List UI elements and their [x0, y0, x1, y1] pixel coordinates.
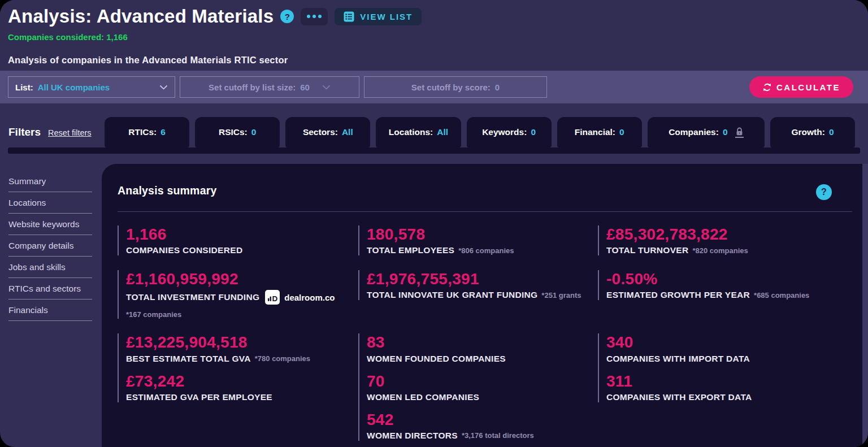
tab-keywords[interactable]: Keywords: 0 — [467, 117, 552, 147]
sidebar-item-jobs-and-skills[interactable]: Jobs and skills — [0, 257, 102, 278]
stat-cell-gva: £13,225,904,518 BEST ESTIMATE TOTAL GVA … — [118, 333, 358, 402]
stat-cell-total-employees: 180,578 TOTAL EMPLOYEES *806 companies — [358, 225, 598, 255]
page-subtitle: Analysis of companies in the Advanced Ma… — [8, 55, 860, 66]
list-select-value: All UK companies — [38, 83, 110, 92]
dealroom-logo-icon: D — [265, 290, 280, 305]
sidebar-nav: Summary Locations Website keywords Compa… — [0, 164, 102, 447]
calculate-label: CALCULATE — [776, 83, 840, 92]
more-options-button[interactable] — [301, 8, 328, 25]
tab-growth[interactable]: Growth: 0 — [770, 117, 855, 147]
tab-companies[interactable]: Companies: 0 — [648, 117, 765, 147]
stat-cell-import-export: 340 COMPANIES WITH IMPORT DATA 311 COMPA… — [598, 333, 852, 402]
view-list-button[interactable]: VIEW LIST — [335, 8, 422, 25]
stat-value: -0.50% — [606, 270, 852, 288]
ellipsis-icon — [307, 15, 310, 18]
stat-label: WOMEN LED COMPANIES — [367, 392, 479, 402]
toolbar: List: All UK companies Set cutoff by lis… — [0, 71, 868, 103]
stat-cell-women-stats: 83 WOMEN FOUNDED COMPANIES 70 WOMEN LED … — [358, 333, 598, 441]
tab-sectors[interactable]: Sectors: All — [285, 117, 370, 147]
list-icon — [344, 11, 354, 22]
panel-help-icon[interactable]: ? — [816, 184, 832, 200]
stat-cell-total-turnover: £85,302,783,822 TOTAL TURNOVER *820 comp… — [598, 225, 852, 255]
stat-label: TOTAL EMPLOYEES — [367, 245, 454, 255]
stat-value: 1,166 — [126, 225, 358, 244]
stat-value: £1,976,755,391 — [367, 270, 598, 288]
cutoff-list-size-value: 60 — [300, 83, 310, 92]
cutoff-list-size-label: Set cutoff by list size: — [209, 83, 296, 92]
stat-value: 542 — [367, 411, 598, 429]
stat-value: £73,242 — [126, 372, 358, 390]
stat-label: COMPANIES WITH IMPORT DATA — [606, 354, 750, 364]
stat-note: *820 companies — [692, 246, 748, 255]
panel-title: Analysis summary — [118, 184, 217, 197]
stat-note: *685 companies — [754, 291, 809, 300]
stat-value: 180,578 — [367, 225, 598, 244]
stat-label: TOTAL INNOVATE UK GRANT FUNDING — [367, 290, 537, 300]
tabs-underline-bar — [8, 147, 860, 154]
ellipsis-icon — [313, 15, 316, 18]
analysis-summary-panel: Analysis summary ? 1,166 COMPANIES CONSI… — [102, 164, 868, 447]
tab-rtics[interactable]: RTICs: 6 — [105, 117, 189, 147]
stat-value: £13,225,904,518 — [126, 333, 358, 351]
stat-label: BEST ESTIMATE TOTAL GVA — [126, 354, 251, 364]
vertical-scrollbar[interactable] — [862, 164, 868, 447]
page-header: Analysis: Advanced Materials ? VIEW LIST — [0, 0, 868, 71]
cutoff-list-size-select[interactable]: Set cutoff by list size: 60 — [180, 76, 359, 98]
stat-value: 83 — [367, 333, 598, 351]
cutoff-score-input[interactable]: Set cutoff by score: 0 — [364, 76, 547, 98]
filter-tabs: RTICs: 6 RSICs: 0 Sectors: All Locations… — [105, 117, 855, 147]
stats-grid: 1,166 COMPANIES CONSIDERED 180,578 TOTAL… — [118, 225, 852, 441]
companies-considered-text: Companies considered: 1,166 — [8, 32, 860, 42]
sidebar-item-summary[interactable]: Summary — [0, 171, 102, 192]
stat-value: £1,160,959,992 — [126, 270, 358, 288]
view-list-label: VIEW LIST — [360, 12, 413, 21]
reset-filters-link[interactable]: Reset filters — [48, 128, 92, 137]
stat-value: £85,302,783,822 — [606, 225, 852, 244]
stat-label: WOMEN DIRECTORS — [367, 431, 458, 441]
stat-label: COMPANIES WITH EXPORT DATA — [606, 392, 752, 402]
list-select-label: List: — [15, 83, 33, 92]
ellipsis-icon — [318, 15, 322, 18]
tab-locations[interactable]: Locations: All — [376, 117, 461, 147]
filters-band: Filters Reset filters RTICs: 6 RSICs: 0 … — [0, 103, 868, 164]
filters-title: Filters — [8, 126, 41, 138]
stat-note: *780 companies — [255, 354, 310, 363]
stat-value: 340 — [606, 333, 852, 351]
dealroom-brand: D dealroom.co — [265, 290, 335, 305]
tab-rsics[interactable]: RSICs: 0 — [195, 117, 280, 147]
sidebar-item-website-keywords[interactable]: Website keywords — [0, 214, 102, 235]
list-select[interactable]: List: All UK companies — [8, 76, 175, 98]
panel-divider — [118, 211, 852, 212]
chevron-down-icon — [159, 85, 168, 90]
sidebar-item-company-details[interactable]: Company details — [0, 235, 102, 257]
chevron-down-icon — [322, 85, 331, 90]
stat-note: *167 companies — [126, 310, 181, 319]
sidebar-item-rtics-and-sectors[interactable]: RTICs and sectors — [0, 278, 102, 300]
stat-note: *251 grants — [541, 291, 581, 300]
cutoff-score-label: Set cutoff by score: — [411, 83, 491, 92]
stat-label: WOMEN FOUNDED COMPANIES — [367, 354, 506, 364]
content-area: Summary Locations Website keywords Compa… — [0, 164, 868, 447]
stat-cell-estimated-growth: -0.50% ESTIMATED GROWTH PER YEAR *685 co… — [598, 270, 852, 300]
stat-cell-innovate-uk-grant-funding: £1,976,755,391 TOTAL INNOVATE UK GRANT F… — [358, 270, 598, 300]
calculate-button[interactable]: CALCULATE — [749, 76, 853, 98]
sidebar-item-locations[interactable]: Locations — [0, 192, 102, 214]
stat-note: *3,176 total directors — [462, 431, 534, 440]
sidebar-item-financials[interactable]: Financials — [0, 300, 102, 321]
stat-note: *806 companies — [458, 246, 514, 255]
page-title: Analysis: Advanced Materials — [8, 6, 274, 27]
app-window: Analysis: Advanced Materials ? VIEW LIST — [0, 0, 868, 447]
stat-cell-total-investment-funding: £1,160,959,992 TOTAL INVESTMENT FUNDING … — [118, 270, 358, 319]
lock-icon — [735, 127, 744, 138]
stat-label: COMPANIES CONSIDERED — [126, 245, 242, 255]
stat-cell-companies-considered: 1,166 COMPANIES CONSIDERED — [118, 225, 358, 255]
help-icon[interactable]: ? — [280, 10, 294, 23]
stat-label: ESTIMATED GROWTH PER YEAR — [606, 290, 750, 300]
tab-financial[interactable]: Financial: 0 — [557, 117, 642, 147]
stat-value: 70 — [367, 372, 598, 390]
refresh-icon — [762, 83, 772, 92]
stat-label: TOTAL INVESTMENT FUNDING — [126, 292, 259, 302]
stat-label: TOTAL TURNOVER — [606, 245, 688, 255]
dealroom-brand-name: dealroom.co — [284, 293, 335, 302]
cutoff-score-value: 0 — [495, 83, 500, 92]
